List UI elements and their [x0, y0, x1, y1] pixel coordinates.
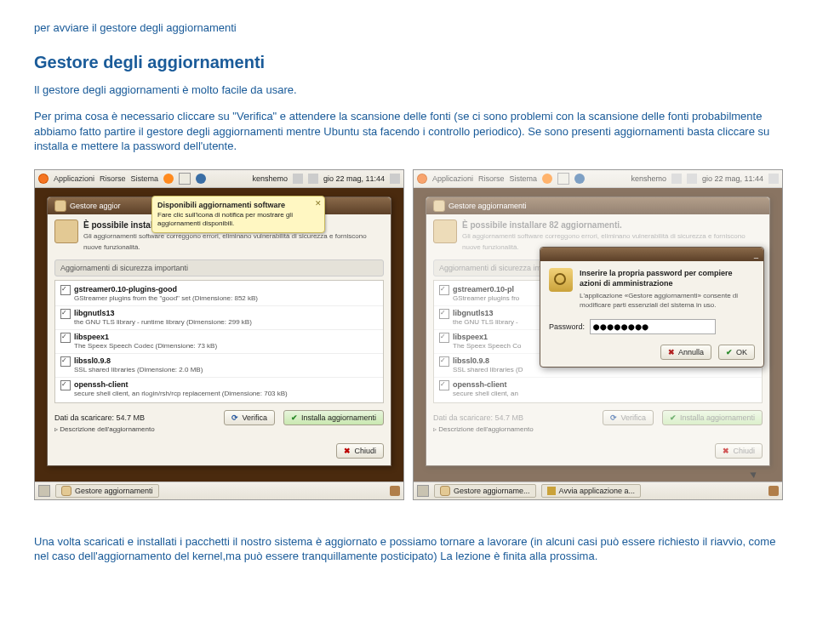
trash-icon[interactable]: [768, 486, 779, 496]
install-button[interactable]: ✔Installa aggiornamenti: [283, 410, 384, 425]
window-icon: [433, 200, 445, 212]
install-button-label: Installa aggiornamenti: [680, 413, 755, 423]
update-desc: the GNU TLS library - runtime library (D…: [74, 318, 252, 328]
menu-system[interactable]: Sistema: [131, 174, 159, 184]
update-notify-icon[interactable]: [671, 174, 682, 184]
network-icon[interactable]: [768, 174, 779, 184]
checkbox[interactable]: [60, 380, 71, 390]
password-field[interactable]: [590, 319, 716, 334]
checkbox[interactable]: [60, 285, 71, 295]
cancel-button[interactable]: ✖Annulla: [660, 345, 711, 360]
tooltip-close-icon[interactable]: ✕: [315, 198, 322, 208]
network-icon[interactable]: [390, 174, 400, 184]
update-desc: SSL shared libraries (D: [453, 366, 523, 375]
password-label: Password:: [549, 322, 585, 332]
checkbox[interactable]: [60, 333, 71, 343]
update-name: openssh-client: [74, 379, 288, 390]
list-item[interactable]: libgnutls13 the GNU TLS library - runtim…: [55, 306, 383, 330]
intro-line: per avviare il gestore degli aggiornamen…: [34, 20, 783, 36]
close-button: ✖Chiudi: [715, 443, 763, 459]
taskbar-item[interactable]: Gestore aggiorname...: [434, 484, 536, 498]
update-notify-icon[interactable]: [293, 174, 303, 184]
tooltip-title: Disponibili aggiornamenti software: [157, 201, 285, 209]
firefox-icon[interactable]: [163, 174, 174, 184]
paragraph-1: Il gestore degli aggiornamenti è molto f…: [34, 83, 783, 98]
help-icon[interactable]: [574, 174, 585, 184]
window-title: Gestore aggiornamenti: [448, 201, 527, 211]
menu-resources[interactable]: Risorse: [478, 174, 505, 184]
firefox-icon[interactable]: [542, 174, 552, 184]
paragraph-3: Una volta scaricati e installati i pacch…: [34, 534, 783, 564]
screenshots-row: Applicazioni Risorse Sistema kenshemo gi…: [34, 169, 783, 500]
reload-icon: ⟳: [231, 413, 238, 423]
menu-applications[interactable]: Applicazioni: [54, 174, 94, 184]
update-name: openssh-client: [453, 379, 518, 390]
close-icon[interactable]: _: [754, 249, 758, 259]
close-button[interactable]: ✖Chiudi: [336, 443, 384, 459]
task-icon: [440, 486, 450, 496]
panel-user[interactable]: kenshemo: [252, 174, 288, 184]
ok-button[interactable]: ✔OK: [718, 345, 755, 360]
auth-body-text: L'applicazione «Gestore aggiornamenti» c…: [580, 292, 755, 311]
install-button-label: Installa aggiornamenti: [301, 413, 376, 423]
verify-button: ⟳Verifica: [603, 410, 654, 425]
menu-system[interactable]: Sistema: [510, 174, 538, 184]
trash-icon[interactable]: [390, 486, 400, 496]
menu-resources[interactable]: Risorse: [100, 174, 126, 184]
list-item: openssh-client secure shell client, an: [434, 378, 762, 401]
cancel-button-label: Annulla: [678, 347, 704, 357]
update-name: gstreamer0.10-plugins-good: [74, 284, 258, 294]
description-toggle: ▹ Descrizione dell'aggiornamento: [433, 425, 763, 435]
sound-icon[interactable]: [308, 174, 318, 184]
help-icon[interactable]: [196, 174, 206, 184]
description-toggle[interactable]: ▹ Descrizione dell'aggiornamento: [54, 425, 384, 435]
checkbox[interactable]: [60, 356, 71, 367]
verify-button[interactable]: ⟳Verifica: [224, 410, 275, 425]
menu-applications[interactable]: Applicazioni: [432, 174, 473, 184]
checkbox: [439, 285, 449, 295]
gnome-bottom-panel: Gestore aggiorname... Avvia applicazione…: [414, 482, 782, 499]
updates-section-label: Aggiornamenti di sicurezza importanti: [54, 259, 384, 276]
update-desc: SSL shared libraries (Dimensione: 2.0 MB…: [74, 366, 203, 375]
update-desc: GStreamer plugins from the "good" set (D…: [74, 294, 258, 304]
taskbar-item-label: Gestore aggiorname...: [454, 486, 530, 496]
update-desc: The Speex Speech Codec (Dimensione: 73 k…: [74, 342, 217, 351]
taskbar-item[interactable]: Gestore aggiornamenti: [55, 484, 159, 498]
show-desktop-icon[interactable]: [38, 485, 50, 497]
list-item[interactable]: libssl0.9.8 SSL shared libraries (Dimens…: [55, 354, 383, 378]
section-heading: Gestore degli aggiornamenti: [34, 51, 783, 74]
screenshot-right: Applicazioni Risorse Sistema kenshemo gi…: [413, 169, 783, 500]
update-name: libssl0.9.8: [74, 356, 203, 366]
window-titlebar[interactable]: Gestore aggiornamenti: [426, 197, 769, 214]
checkbox[interactable]: [60, 309, 71, 319]
update-name: libssl0.9.8: [453, 356, 523, 366]
mail-icon[interactable]: [179, 173, 191, 185]
close-button-label: Chiudi: [733, 446, 755, 456]
update-desc: the GNU TLS library -: [453, 318, 518, 328]
panel-user[interactable]: kenshemo: [631, 174, 666, 184]
screenshot-left: Applicazioni Risorse Sistema kenshemo gi…: [34, 169, 404, 500]
update-desc: GStreamer plugins fro: [453, 294, 519, 304]
window-title: Gestore aggior: [70, 201, 121, 211]
taskbar-item[interactable]: Avvia applicazione a...: [541, 484, 641, 498]
mail-icon[interactable]: [557, 173, 569, 185]
update-name: libgnutls13: [74, 308, 252, 318]
description-toggle-label: Descrizione dell'aggiornamento: [60, 425, 154, 433]
list-item[interactable]: libspeex1 The Speex Speech Codec (Dimens…: [55, 330, 383, 354]
download-size-label: Dati da scaricare: 54.7 MB: [433, 413, 523, 423]
show-desktop-icon[interactable]: [417, 485, 429, 497]
gnome-top-panel: Applicazioni Risorse Sistema kenshemo gi…: [414, 170, 782, 188]
tooltip-body: Fare clic sull'icona di notifica per mos…: [157, 211, 293, 228]
close-button-label: Chiudi: [354, 446, 376, 456]
check-icon: ✔: [670, 413, 677, 423]
key-icon: [549, 268, 573, 292]
cursor-icon: [750, 470, 758, 478]
update-name: libspeex1: [453, 332, 522, 342]
sound-icon[interactable]: [687, 174, 697, 184]
list-item[interactable]: openssh-client secure shell client, an r…: [55, 378, 383, 401]
list-item[interactable]: gstreamer0.10-plugins-good GStreamer plu…: [55, 282, 383, 306]
auth-title: Inserire la propria password per compier…: [580, 269, 733, 288]
checkbox: [439, 333, 449, 343]
panel-clock: gio 22 mag, 11:44: [702, 174, 763, 184]
close-icon: ✖: [723, 446, 729, 456]
